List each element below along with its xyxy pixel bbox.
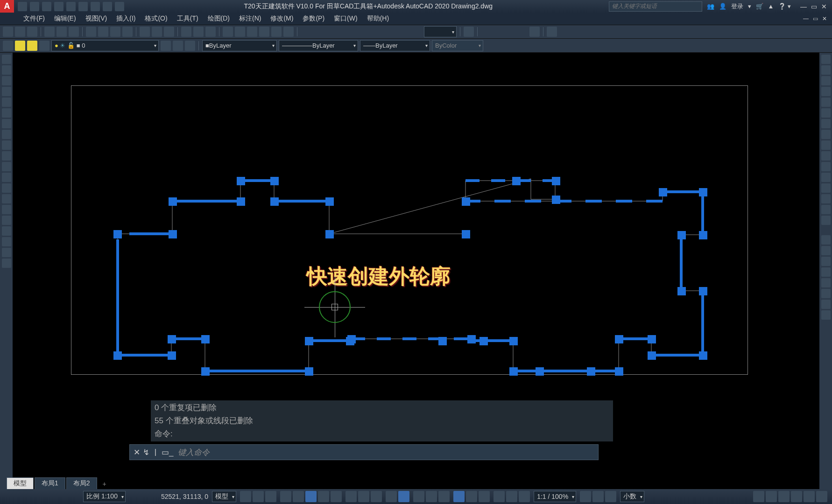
quickprops-toggle[interactable]: [479, 491, 490, 502]
trim-tool[interactable]: [821, 151, 831, 161]
help-icon[interactable]: ❔ ▾: [778, 3, 791, 10]
line-tool[interactable]: [2, 55, 11, 64]
plus-icon[interactable]: [592, 491, 604, 502]
match-button[interactable]: [122, 27, 133, 37]
arc-tool[interactable]: [2, 108, 11, 118]
table-tool[interactable]: [2, 237, 11, 246]
hardware-icon[interactable]: [791, 491, 802, 502]
table-button[interactable]: [464, 27, 474, 37]
pan-button[interactable]: [181, 27, 191, 37]
xref-button[interactable]: [529, 27, 540, 37]
gradient-tool[interactable]: [2, 216, 11, 225]
menu-view[interactable]: 视图(V): [81, 14, 112, 23]
stay-connected-icon[interactable]: 👥: [707, 3, 714, 10]
fillet-tool[interactable]: [821, 205, 831, 214]
dynamic-input-toggle[interactable]: [280, 491, 291, 502]
menu-modify[interactable]: 修改(M): [266, 14, 298, 23]
close-button[interactable]: ✕: [820, 3, 828, 10]
extra8-tool[interactable]: [821, 310, 831, 320]
redo-button[interactable]: [164, 27, 174, 37]
ruler-icon[interactable]: [605, 491, 616, 502]
selectionfilter-toggle[interactable]: [426, 491, 437, 502]
preview-button[interactable]: [56, 27, 67, 37]
plotstyle-dropdown[interactable]: ByColor: [432, 40, 483, 51]
customization-icon[interactable]: [816, 491, 827, 502]
open-icon[interactable]: [30, 2, 39, 11]
cut-button[interactable]: [86, 27, 96, 37]
designcenter-button[interactable]: [235, 27, 245, 37]
tab-model[interactable]: 模型: [7, 477, 34, 489]
layer-state2-button[interactable]: [27, 41, 37, 51]
copy-tool[interactable]: [821, 65, 831, 75]
gear-icon[interactable]: [580, 491, 591, 502]
toolpalettes-button[interactable]: [247, 27, 257, 37]
menu-tools[interactable]: 工具(T): [172, 14, 203, 23]
otrack-toggle[interactable]: [358, 491, 369, 502]
menu-dimension[interactable]: 标注(N): [234, 14, 266, 23]
extend-tool[interactable]: [821, 162, 831, 171]
ellipse-tool[interactable]: [2, 151, 11, 161]
doc-restore-button[interactable]: ▭: [811, 15, 819, 22]
snap-toggle[interactable]: [253, 491, 264, 502]
new-button[interactable]: [3, 27, 13, 37]
tab-layout1[interactable]: 布局1: [35, 477, 65, 489]
infer-toggle[interactable]: [265, 491, 276, 502]
layer-iso-button[interactable]: [39, 41, 49, 51]
extra7-tool[interactable]: [821, 300, 831, 309]
login-label[interactable]: 登录: [731, 2, 743, 11]
osnap-toggle[interactable]: [331, 491, 342, 502]
print-icon[interactable]: [91, 2, 100, 11]
lineweight-dropdown[interactable]: —— ByLayer: [360, 40, 430, 51]
undo-icon[interactable]: [103, 2, 112, 11]
scale-tool[interactable]: [821, 130, 831, 139]
app-logo[interactable]: A: [0, 0, 14, 13]
polar-toggle[interactable]: [305, 491, 317, 502]
circle-tool[interactable]: [2, 119, 11, 128]
open-button[interactable]: [15, 27, 25, 37]
plot-button[interactable]: [44, 27, 55, 37]
menu-format[interactable]: 格式(O): [140, 14, 172, 23]
revcloud-tool[interactable]: [2, 130, 11, 139]
linetype-dropdown[interactable]: ————— ByLayer: [279, 40, 358, 51]
redo-icon[interactable]: [115, 2, 124, 11]
cmd-config-icon[interactable]: ↯: [143, 448, 149, 457]
quickcalc-button[interactable]: [283, 27, 294, 37]
user-icon[interactable]: 👤: [719, 3, 726, 10]
properties-button[interactable]: [223, 27, 233, 37]
spline-tool[interactable]: [2, 140, 11, 150]
xline-tool[interactable]: [2, 65, 11, 75]
offset-tool[interactable]: [821, 87, 831, 96]
move-tool[interactable]: [821, 108, 831, 118]
menu-draw[interactable]: 绘图(D): [203, 14, 234, 23]
layer-prev-button[interactable]: [161, 41, 171, 51]
menu-parametric[interactable]: 参数(P): [298, 14, 329, 23]
scale-dropdown[interactable]: 比例 1:100: [83, 491, 126, 502]
zoom-prev-button[interactable]: [205, 27, 216, 37]
layer-dropdown[interactable]: ● ☀ 🔓 ■ 0: [51, 40, 159, 51]
save-button[interactable]: [27, 27, 37, 37]
zoom-dropdown[interactable]: 1:1 / 100%: [534, 491, 576, 502]
extra3-tool[interactable]: [821, 257, 831, 266]
isolate-icon[interactable]: [778, 491, 790, 502]
menu-file[interactable]: 文件(F): [19, 14, 49, 23]
new-icon[interactable]: [18, 2, 27, 11]
selection-cycling-toggle[interactable]: [398, 491, 409, 502]
grid-toggle[interactable]: [240, 491, 251, 502]
mtext-tool[interactable]: [2, 248, 11, 257]
erase-tool[interactable]: [821, 55, 831, 64]
color-dropdown[interactable]: ■ ByLayer: [202, 40, 277, 51]
web-icon[interactable]: [66, 2, 76, 11]
menu-window[interactable]: 窗口(W): [329, 14, 362, 23]
addselected-tool[interactable]: [2, 259, 11, 268]
space-dropdown[interactable]: 模型: [212, 491, 236, 502]
rotate-tool[interactable]: [821, 119, 831, 128]
mirror-tool[interactable]: [821, 76, 831, 85]
workspace-icon[interactable]: [753, 491, 764, 502]
stretch-tool[interactable]: [821, 140, 831, 150]
saveas-icon[interactable]: [54, 2, 63, 11]
layer-manager-button[interactable]: [3, 41, 13, 51]
command-input[interactable]: ✕ ↯ | ▭_ 键入命令: [129, 444, 599, 460]
sheet-button[interactable]: [259, 27, 269, 37]
array-tool[interactable]: [821, 98, 831, 107]
region-tool[interactable]: [2, 226, 11, 236]
